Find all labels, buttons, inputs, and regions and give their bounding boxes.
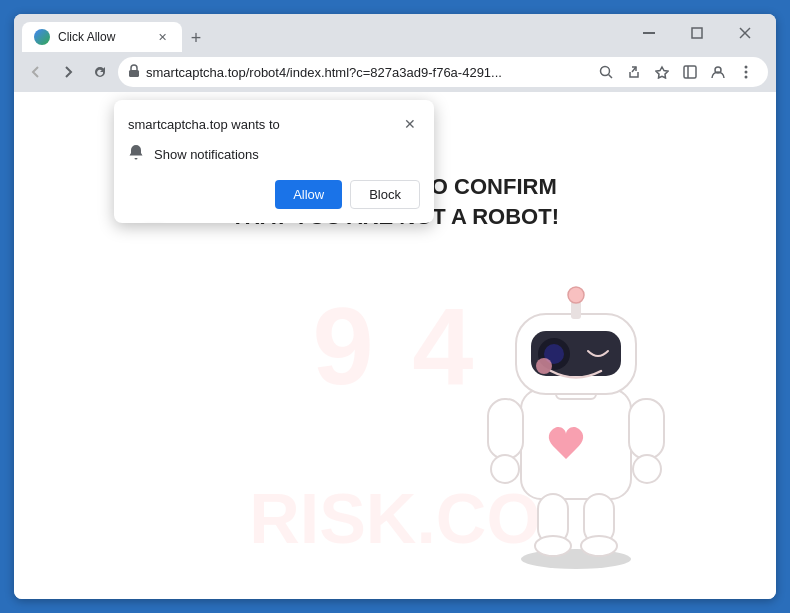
svg-line-6 bbox=[609, 75, 613, 79]
address-field[interactable]: smartcaptcha.top/robot4/index.html?c=827… bbox=[118, 57, 768, 87]
active-tab[interactable]: Click Allow ✕ bbox=[22, 22, 182, 52]
reload-button[interactable] bbox=[86, 58, 114, 86]
svg-point-13 bbox=[745, 71, 748, 74]
tab-close-button[interactable]: ✕ bbox=[154, 29, 170, 45]
search-icon-btn[interactable] bbox=[594, 60, 618, 84]
popup-close-button[interactable]: ✕ bbox=[400, 114, 420, 134]
popup-actions: Allow Block bbox=[114, 174, 434, 223]
popup-notification-row: Show notifications bbox=[114, 140, 434, 174]
new-tab-button[interactable]: + bbox=[182, 24, 210, 52]
notification-popup: smartcaptcha.top wants to ✕ Show notific… bbox=[114, 100, 434, 223]
robot-illustration bbox=[466, 259, 716, 589]
svg-rect-25 bbox=[488, 399, 523, 459]
tab-bar: Click Allow ✕ + bbox=[22, 14, 620, 52]
svg-rect-1 bbox=[692, 28, 702, 38]
address-bar: smartcaptcha.top/robot4/index.html?c=827… bbox=[14, 52, 776, 92]
url-text: smartcaptcha.top/robot4/index.html?c=827… bbox=[146, 65, 588, 80]
svg-point-28 bbox=[633, 455, 661, 483]
svg-rect-9 bbox=[684, 66, 696, 78]
bell-icon bbox=[128, 144, 144, 164]
svg-point-27 bbox=[491, 455, 519, 483]
svg-point-20 bbox=[568, 287, 584, 303]
svg-point-31 bbox=[535, 536, 571, 556]
minimize-button[interactable] bbox=[626, 17, 672, 49]
svg-marker-8 bbox=[656, 67, 668, 78]
svg-point-5 bbox=[601, 67, 610, 76]
sidebar-icon-btn[interactable] bbox=[678, 60, 702, 84]
share-icon-btn[interactable] bbox=[622, 60, 646, 84]
svg-rect-26 bbox=[629, 399, 664, 459]
title-bar: Click Allow ✕ + bbox=[14, 14, 776, 52]
svg-point-24 bbox=[536, 358, 552, 374]
maximize-button[interactable] bbox=[674, 17, 720, 49]
popup-site-text: smartcaptcha.top wants to bbox=[128, 117, 280, 132]
window-controls bbox=[626, 17, 768, 49]
lock-icon bbox=[128, 64, 140, 81]
forward-button[interactable] bbox=[54, 58, 82, 86]
profile-icon-btn[interactable] bbox=[706, 60, 730, 84]
tab-title: Click Allow bbox=[58, 30, 146, 44]
notification-label-text: Show notifications bbox=[154, 147, 259, 162]
tab-favicon bbox=[34, 29, 50, 45]
bookmark-icon-btn[interactable] bbox=[650, 60, 674, 84]
svg-point-12 bbox=[745, 66, 748, 69]
address-icons bbox=[594, 60, 758, 84]
browser-window: Click Allow ✕ + bbox=[14, 14, 776, 599]
svg-rect-0 bbox=[643, 32, 655, 34]
allow-button[interactable]: Allow bbox=[275, 180, 342, 209]
page-content: 9 4 RISK.CO CLICK «ALLOW» TO CONFIRM THA… bbox=[14, 92, 776, 599]
close-button[interactable] bbox=[722, 17, 768, 49]
svg-point-14 bbox=[745, 76, 748, 79]
popup-header: smartcaptcha.top wants to ✕ bbox=[114, 100, 434, 140]
svg-point-32 bbox=[581, 536, 617, 556]
watermark-numbers: 9 4 bbox=[313, 282, 478, 409]
back-button[interactable] bbox=[22, 58, 50, 86]
svg-rect-4 bbox=[129, 70, 139, 77]
block-button[interactable]: Block bbox=[350, 180, 420, 209]
menu-icon-btn[interactable] bbox=[734, 60, 758, 84]
